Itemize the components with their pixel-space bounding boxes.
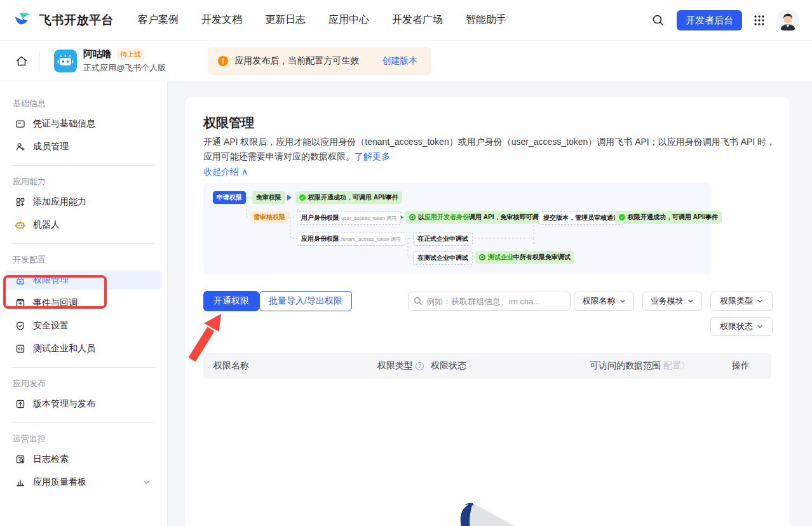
user-add-icon	[15, 142, 25, 152]
sidebar-divider	[13, 243, 154, 244]
top-nav-items: 客户案例 开发文档 更新日志 应用中心 开发者广场 智能助手	[138, 13, 506, 27]
column-permission-status: 权限状态	[431, 353, 466, 379]
home-icon[interactable]	[15, 55, 28, 67]
robot-icon	[15, 220, 25, 230]
search-icon	[414, 297, 423, 306]
sidebar-item-label: 添加应用能力	[33, 196, 86, 208]
section-title-capabilities: 应用能力	[13, 176, 154, 187]
nav-item-dev-plaza[interactable]: 开发者广场	[392, 13, 443, 27]
chevron-down-icon	[687, 298, 694, 304]
dev-call-highlight: 应用开发者身份	[424, 213, 469, 220]
chevron-down-icon	[757, 323, 763, 330]
shield-check-icon	[15, 321, 25, 331]
flow-node-apply: 申请权限	[213, 191, 246, 204]
flow-node-success: ✓ 权限开通成功，可调用 API/事件	[295, 191, 402, 204]
column-label: 权限类型	[377, 360, 413, 372]
flow-node-user-identity: 用户身份权限user_access_token 调用	[297, 211, 401, 225]
user-identity-label: 用户身份权限	[301, 214, 339, 221]
chevron-right-icon: 〉	[681, 360, 690, 370]
section-title-release: 应用发布	[13, 378, 154, 389]
sidebar-item-security[interactable]: 安全设置	[5, 316, 162, 335]
filter-permission-status[interactable]: 权限状态	[710, 317, 773, 336]
permissions-table-header: 权限名称 权限类型 ? 权限状态 可访问的数据范围 配置〉 操作	[203, 353, 771, 379]
create-version-link[interactable]: 创建版本	[382, 55, 417, 67]
flow-node-dev-call: 以应用开发者身份调用 API，免审核即可调试	[405, 211, 548, 224]
column-permission-type: 权限类型 ?	[377, 353, 424, 379]
section-title-dev-config: 开发配置	[13, 254, 154, 266]
sidebar-item-label: 事件与回调	[33, 297, 78, 309]
help-question-icon[interactable]: ?	[416, 362, 424, 370]
sidebar-item-add-capability[interactable]: 添加应用能力	[5, 192, 162, 212]
sidebar-item-events[interactable]: 事件与回调	[5, 293, 162, 313]
sidebar-divider	[13, 367, 154, 368]
upload-icon	[15, 399, 25, 409]
check-circle-icon: ✓	[299, 194, 306, 201]
nav-item-app-center[interactable]: 应用中心	[328, 13, 369, 27]
section-title-monitoring: 运营监控	[13, 433, 154, 445]
sidebar-item-label: 安全设置	[33, 320, 69, 332]
nav-item-ai-assistant[interactable]: 智能助手	[466, 13, 506, 27]
search-input[interactable]	[426, 297, 565, 306]
chevron-down-icon[interactable]	[143, 478, 151, 486]
debug-circle-icon	[409, 214, 416, 220]
sidebar-item-label: 权限管理	[33, 274, 69, 286]
debug-circle-icon	[479, 254, 485, 260]
batch-import-export-button[interactable]: 批量导入/导出权限	[259, 291, 352, 311]
filter-permission-type[interactable]: 权限类型	[710, 292, 773, 311]
warning-icon: !	[218, 56, 228, 66]
collapse-intro-link[interactable]: 收起介绍 ∧	[203, 166, 248, 178]
sidebar-item-quality-dashboard[interactable]: 应用质量看板	[5, 473, 162, 492]
search-icon[interactable]	[651, 13, 665, 27]
banner-text: 应用发布后，当前配置方可生效	[234, 55, 359, 67]
filter-label: 权限类型	[720, 295, 753, 307]
flow-node-test-free: 测试企业中所有权限免审调试	[475, 251, 574, 264]
filter-label: 业务模块	[651, 295, 684, 307]
sidebar-item-label: 日志检索	[33, 454, 69, 465]
flow-node-submit-review: 提交版本，管理员审核通过	[539, 211, 624, 225]
open-permission-button[interactable]: 开通权限	[203, 291, 259, 311]
chevron-down-icon	[619, 298, 626, 304]
nav-item-dev-docs[interactable]: 开发文档	[201, 13, 242, 27]
sidebar-item-version-release[interactable]: 版本管理与发布	[5, 394, 162, 414]
test-highlight: 测试企业	[488, 253, 513, 260]
permission-search-box[interactable]	[408, 292, 571, 311]
sidebar-item-bot[interactable]: 机器人	[5, 215, 162, 234]
check-circle-icon: ✓	[619, 214, 625, 220]
flow-node-test-debug: 在测试企业中调试	[413, 251, 473, 265]
flow-node-app-identity: 应用身份权限tenant_access_token 调用	[297, 232, 405, 246]
app-identity-sub: tenant_access_token 调用	[341, 236, 401, 242]
sidebar-item-members[interactable]: 成员管理	[5, 137, 162, 156]
test-post: 中所有权限免审调试	[513, 253, 571, 260]
configure-link[interactable]: 配置〉	[663, 360, 690, 372]
nav-item-changelog[interactable]: 更新日志	[265, 13, 306, 27]
column-actions: 操作	[732, 353, 750, 379]
column-data-scope: 可访问的数据范围 配置〉	[590, 353, 690, 379]
filter-label: 权限名称	[583, 295, 616, 307]
publish-warning-banner: ! 应用发布后，当前配置方可生效 创建版本	[208, 47, 431, 75]
flow-success2-label: 权限开通成功，可调用 API/事件	[628, 214, 718, 220]
code-brackets-icon	[15, 344, 25, 354]
section-title-basic-info: 基础信息	[13, 98, 154, 109]
sidebar-divider	[13, 165, 154, 166]
sidebar-item-log-search[interactable]: 日志检索	[5, 450, 162, 469]
apps-grid-icon[interactable]	[754, 15, 765, 26]
app-icon	[54, 50, 77, 72]
user-avatar[interactable]	[776, 9, 799, 32]
permission-flowchart: 申请权限 免审权限 ✓ 权限开通成功，可调用 API/事件 需审核权限 用户身份…	[203, 183, 712, 274]
lock-icon	[15, 275, 25, 285]
sidebar-item-credentials[interactable]: 凭证与基础信息	[5, 114, 162, 133]
description-text: 开通 API 权限后，应用才能以应用身份（tenant_access_token…	[203, 137, 775, 161]
feishu-logo[interactable]: 飞书开放平台	[14, 11, 114, 29]
column-permission-name: 权限名称	[213, 353, 249, 379]
nav-item-customer-cases[interactable]: 客户案例	[138, 13, 179, 27]
permissions-panel: 权限管理 开通 API 权限后，应用才能以应用身份（tenant_access_…	[186, 97, 789, 526]
sidebar-item-permissions[interactable]: 权限管理	[5, 271, 162, 290]
configure-label: 配置	[663, 360, 681, 370]
filter-permission-name[interactable]: 权限名称	[574, 292, 634, 311]
learn-more-link[interactable]: 了解更多	[355, 151, 390, 161]
sidebar-item-test-company[interactable]: 测试企业和人员	[5, 339, 162, 358]
app-header-bar: 阿咕噜 待上线 正式应用@飞书个人版 ! 应用发布后，当前配置方可生效 创建版本	[0, 41, 812, 81]
developer-console-button[interactable]: 开发者后台	[677, 10, 742, 30]
filter-business-module[interactable]: 业务模块	[642, 292, 702, 311]
sidebar-item-label: 应用质量看板	[33, 476, 86, 488]
